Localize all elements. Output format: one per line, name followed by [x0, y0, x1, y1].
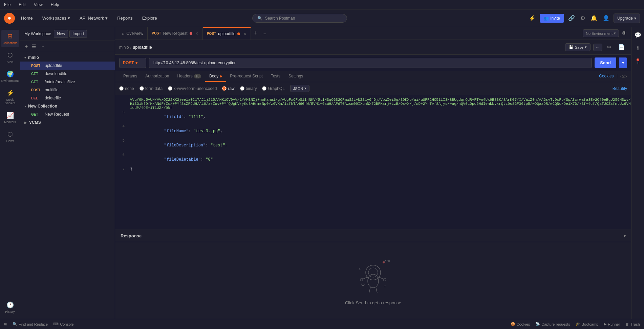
code-view-icon[interactable]: </> [620, 74, 627, 79]
sidebar-item-collections[interactable]: ⊞ Collections [1, 30, 19, 47]
import-button[interactable]: Import [69, 30, 87, 38]
runner-icon[interactable]: ⚡ [528, 14, 537, 23]
menu-file[interactable]: File [3, 2, 12, 8]
sync-icon[interactable]: 🔗 [567, 14, 576, 23]
option-graphql[interactable]: GraphQL [262, 86, 284, 91]
sort-button[interactable]: ☰ [31, 43, 37, 50]
search-bar[interactable]: 🔍 Search Postman [252, 14, 347, 23]
chevron-down-icon: ▾ [614, 31, 616, 36]
option-urlencoded[interactable]: x-www-form-urlencoded [168, 86, 217, 91]
cookies-button[interactable]: 🍪 Cookies [511, 322, 530, 326]
layout-icon[interactable]: ⊞ [4, 322, 7, 326]
runner-label: Runner [608, 322, 620, 326]
request-tabs: Params Authorization Headers10 Body Pre-… [115, 71, 631, 82]
beautify-button[interactable]: Beautify [613, 86, 627, 91]
console-button[interactable]: ⌨ Console [53, 322, 73, 326]
tab-params[interactable]: Params [119, 71, 141, 82]
sidebar-item-history[interactable]: 🕐 History [1, 299, 19, 316]
env-dropdown[interactable]: No Environment ▾ [583, 29, 619, 37]
json-type-selector[interactable]: JSON ▾ [290, 85, 309, 92]
sidebar-item-mock-servers[interactable]: ⚡ Mock Servers [1, 87, 19, 108]
response-header[interactable]: Response ▾ [115, 230, 631, 242]
method-selector[interactable]: POST ▾ [119, 58, 146, 68]
tab-overview[interactable]: ⌂ Overview [118, 27, 148, 40]
new-button[interactable]: New [54, 30, 68, 38]
url-input[interactable] [149, 58, 592, 68]
request-multifile[interactable]: POST multifile [20, 86, 115, 94]
find-replace-button[interactable]: 🔍 Find and Replace [13, 322, 48, 326]
more-tabs-button[interactable]: ··· [260, 31, 269, 36]
request-downloadfile[interactable]: GET downloadfile [20, 70, 115, 78]
sidebar-item-flows[interactable]: ⬡ Flows [1, 128, 19, 145]
tab-tests[interactable]: Tests [267, 71, 284, 82]
option-raw[interactable]: raw [222, 86, 234, 91]
env-eye-icon[interactable]: 👁 [620, 29, 628, 38]
collection-vcms: ▶ VCMS [20, 118, 115, 126]
tab-authorization[interactable]: Authorization [141, 71, 173, 82]
option-binary[interactable]: binary [240, 86, 257, 91]
tab-new-request[interactable]: POST New Request × [148, 27, 202, 40]
method-badge: DEL [31, 96, 42, 100]
tab-settings[interactable]: Settings [284, 71, 307, 82]
panel-toolbar: + ☰ ··· [20, 41, 115, 52]
tab-headers[interactable]: Headers10 [173, 71, 205, 82]
sidebar-item-monitors[interactable]: 📈 Monitors [1, 109, 19, 126]
send-button[interactable]: Send [595, 57, 616, 68]
upgrade-button[interactable]: Upgrade ▾ [614, 14, 640, 23]
send-dropdown-button[interactable]: ▾ [619, 57, 627, 68]
trash-button[interactable]: 🗑 Trash [625, 322, 640, 326]
option-form-data[interactable]: form-data [139, 86, 163, 91]
request-health[interactable]: GET /minio/health/live [20, 78, 115, 86]
menu-help[interactable]: Help [49, 2, 61, 8]
tab-pre-request-script[interactable]: Pre-request Script [226, 71, 267, 82]
more-options-button[interactable]: ··· [40, 43, 45, 50]
nav-reports[interactable]: Reports [114, 14, 136, 23]
doc-icon[interactable]: 📄 [616, 42, 627, 52]
request-deletefile[interactable]: DEL deletefile [20, 94, 115, 102]
save-button[interactable]: 💾 Save ▾ [565, 43, 591, 51]
line-number [115, 98, 129, 110]
nav-home[interactable]: Home [18, 14, 36, 23]
add-tab-button[interactable]: + [251, 30, 260, 37]
code-content[interactable]: VVqY9Ky5VUN/VVxQI22KK2jee1a0C17AC1j215/A… [115, 95, 631, 230]
more-options-button[interactable]: ··· [593, 44, 602, 51]
tab-close-button[interactable]: × [196, 31, 198, 36]
collection-vcms-header[interactable]: ▶ VCMS [20, 118, 115, 126]
location-icon[interactable]: 📍 [632, 56, 643, 67]
notifications-icon[interactable]: 🔔 [589, 14, 599, 23]
tab-uploadfile[interactable]: POST uploadfile × [203, 27, 251, 40]
menu-view[interactable]: View [33, 2, 44, 8]
save-label: Save [575, 45, 583, 49]
collection-new-header[interactable]: ▾ New Collection [20, 102, 115, 110]
info-icon[interactable]: ℹ [635, 43, 641, 53]
tab-method: POST [152, 31, 161, 35]
bootcamp-button[interactable]: 🎓 Bootcamp [576, 322, 599, 326]
chevron-down-icon: ▾ [585, 45, 587, 49]
nav-api-network[interactable]: API Network ▾ [76, 14, 111, 23]
comment-icon[interactable]: 💬 [632, 30, 643, 40]
tab-close-button[interactable]: × [243, 31, 246, 37]
capture-button[interactable]: 📡 Capture requests [535, 322, 570, 326]
sidebar-item-apis[interactable]: ⬡ APIs [1, 49, 19, 66]
code-editor[interactable]: VVqY9Ky5VUN/VVxQI22KK2jee1a0C17AC1j215/A… [115, 95, 631, 230]
request-new[interactable]: GET New Request [20, 110, 115, 118]
collection-minio-header[interactable]: ▾ minio [20, 53, 115, 62]
nav-workspaces[interactable]: Workspaces ▾ [39, 14, 73, 23]
request-uploadfile[interactable]: POST uploadfile [20, 62, 115, 70]
option-none[interactable]: none [119, 86, 134, 91]
unsaved-dot [190, 32, 192, 35]
nav-explore[interactable]: Explore [139, 14, 160, 23]
invite-button[interactable]: 👥 Invite [540, 14, 564, 23]
tab-body[interactable]: Body [205, 71, 226, 82]
collections-icon: ⊞ [7, 32, 13, 40]
add-collection-button[interactable]: + [24, 43, 28, 50]
menu-edit[interactable]: Edit [17, 2, 27, 8]
header-right: ⚡ 👥 Invite 🔗 ⚙ 🔔 👤 Upgrade ▾ [528, 14, 640, 23]
avatar[interactable]: 👤 [601, 14, 611, 23]
settings-icon[interactable]: ⚙ [579, 14, 586, 23]
cookies-link[interactable]: Cookies [599, 74, 614, 79]
runner-button[interactable]: ▶ Runner [604, 322, 620, 326]
sidebar-item-environments[interactable]: 🌍 Environments [1, 68, 19, 85]
edit-icon[interactable]: ✏ [605, 42, 614, 52]
capture-label: Capture requests [541, 322, 570, 326]
